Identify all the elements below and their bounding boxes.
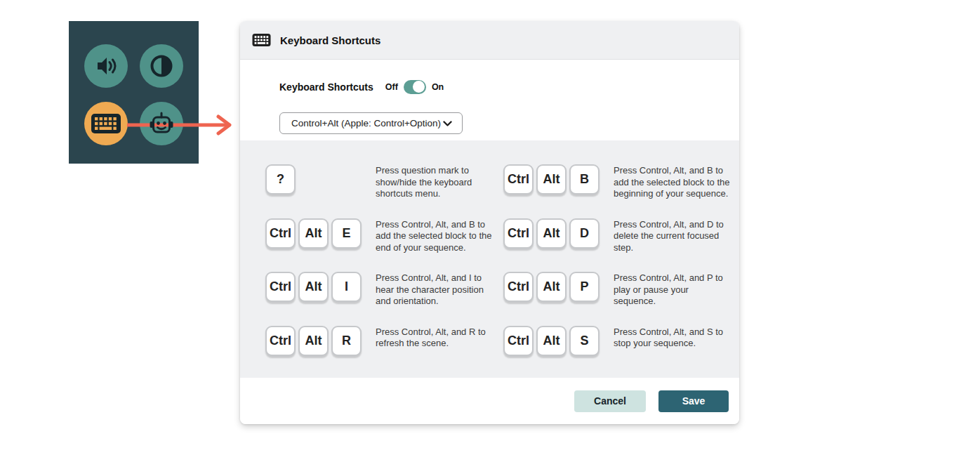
keyboard-icon (252, 33, 271, 47)
shortcut-keys: CtrlAltD (503, 218, 614, 249)
keycap: Alt (298, 218, 329, 249)
keyboard-shortcuts-toggle[interactable] (404, 80, 426, 94)
shortcut-keys: CtrlAltE (265, 218, 376, 249)
contrast-icon (148, 53, 175, 79)
volume-icon (93, 53, 119, 79)
shortcut-description: Press Control, Alt, and B to add the sel… (614, 164, 733, 200)
toggle-label: Keyboard Shortcuts (279, 81, 373, 93)
toggle-on-label: On (432, 82, 444, 92)
keycap: Alt (298, 326, 329, 356)
keycap: D (569, 218, 600, 249)
shortcuts-column-right: CtrlAltB Press Control, Alt, and B to ad… (503, 164, 733, 378)
shortcut-keys: CtrlAltI (265, 272, 376, 302)
keycap: Alt (536, 218, 567, 249)
keycap: I (331, 272, 362, 302)
shortcut-description: Press question mark to show/hide the key… (376, 164, 495, 200)
shortcut-keys: CtrlAltS (503, 326, 614, 356)
dialog-footer: Cancel Save (240, 378, 739, 424)
shortcut-keys: CtrlAltB (503, 164, 614, 194)
keycap: Alt (298, 272, 329, 302)
keycap: Alt (536, 326, 567, 356)
keycap: P (569, 272, 600, 302)
shortcut-item: CtrlAltE Press Control, Alt, and B to ad… (265, 218, 503, 254)
keycap: Ctrl (503, 164, 534, 194)
keyboard-shortcuts-dialog: Keyboard Shortcuts Keyboard Shortcuts Of… (240, 21, 739, 424)
shortcut-description: Press Control, Alt, and P to play or pau… (614, 272, 733, 308)
shortcuts-list: ? Press question mark to show/hide the k… (240, 140, 739, 378)
keycap: Ctrl (503, 272, 534, 302)
toggle-row: Keyboard Shortcuts Off On (279, 79, 739, 95)
keycap: Ctrl (503, 218, 534, 249)
cancel-button[interactable]: Cancel (574, 390, 646, 412)
accessibility-toolbar (69, 21, 199, 164)
keycap: ? (265, 164, 296, 194)
shortcut-item: CtrlAltB Press Control, Alt, and B to ad… (503, 164, 733, 200)
keycap: Ctrl (265, 218, 296, 249)
modifier-key-select[interactable]: Control+Alt (Apple: Control+Option) (279, 112, 463, 134)
contrast-button[interactable] (140, 44, 183, 88)
keycap: R (331, 326, 362, 356)
keyboard-button[interactable] (84, 102, 128, 145)
chevron-down-icon (443, 121, 452, 126)
toggle-off-label: Off (385, 82, 398, 92)
volume-button[interactable] (84, 44, 128, 88)
dialog-title: Keyboard Shortcuts (280, 34, 380, 46)
shortcut-keys: CtrlAltR (265, 326, 376, 356)
shortcut-item: CtrlAltS Press Control, Alt, and S to st… (503, 326, 733, 356)
dialog-header: Keyboard Shortcuts (240, 21, 739, 60)
shortcut-item: CtrlAltD Press Control, Alt, and D to de… (503, 218, 733, 254)
shortcut-item: CtrlAltP Press Control, Alt, and P to pl… (503, 272, 733, 308)
shortcut-item: CtrlAltR Press Control, Alt, and R to re… (265, 326, 503, 356)
keycap: Alt (536, 272, 567, 302)
save-button[interactable]: Save (658, 390, 729, 412)
toggle-knob (413, 81, 425, 93)
keycap: Ctrl (503, 326, 534, 356)
shortcut-description: Press Control, Alt, and B to add the sel… (376, 218, 495, 254)
keycap: Ctrl (265, 326, 296, 356)
screen: Keyboard Shortcuts Keyboard Shortcuts Of… (0, 0, 980, 455)
shortcuts-settings: Keyboard Shortcuts Off On Control+Alt (A… (240, 60, 739, 140)
shortcut-keys: CtrlAltP (503, 272, 614, 302)
shortcut-description: Press Control, Alt, and S to stop your s… (614, 326, 733, 350)
keycap: B (569, 164, 600, 194)
arrow-icon (127, 111, 237, 139)
shortcut-item: ? Press question mark to show/hide the k… (265, 164, 503, 200)
keycap: Ctrl (265, 272, 296, 302)
keyboard-icon (91, 112, 121, 135)
modifier-key-value: Control+Alt (Apple: Control+Option) (291, 118, 441, 128)
keycap: S (569, 326, 600, 356)
keycap: E (331, 218, 362, 249)
shortcut-item: CtrlAltI Press Control, Alt, and I to he… (265, 272, 503, 308)
keycap: Alt (536, 164, 567, 194)
robot-icon (147, 110, 176, 138)
shortcuts-column-left: ? Press question mark to show/hide the k… (265, 164, 503, 378)
shortcut-keys: ? (265, 164, 376, 194)
shortcut-description: Press Control, Alt, and R to refresh the… (376, 326, 495, 350)
shortcut-description: Press Control, Alt, and D to delete the … (614, 218, 733, 254)
shortcut-description: Press Control, Alt, and I to hear the ch… (376, 272, 495, 308)
